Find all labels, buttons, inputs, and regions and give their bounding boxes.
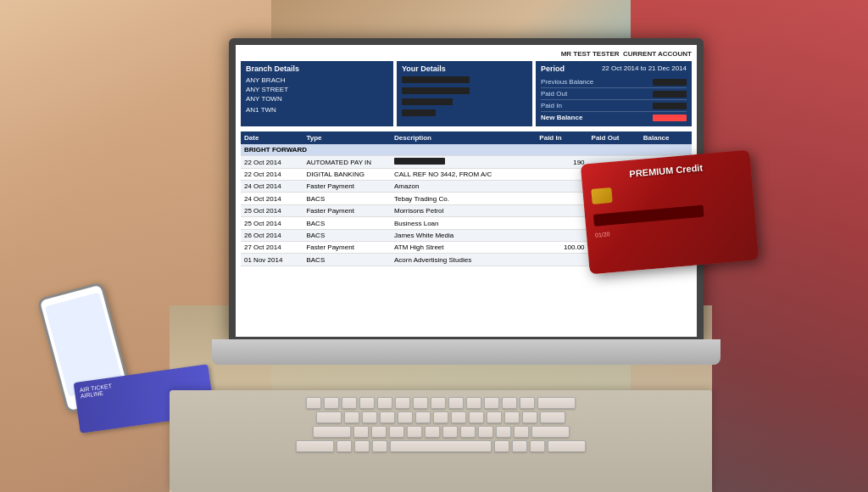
new-balance-value bbox=[653, 115, 687, 121]
col-date-header: Date bbox=[241, 131, 303, 144]
key bbox=[316, 411, 342, 423]
laptop-keyboard bbox=[170, 390, 712, 492]
key bbox=[342, 397, 357, 409]
key bbox=[451, 411, 466, 423]
keyboard-row-3 bbox=[176, 426, 705, 438]
key bbox=[415, 411, 431, 423]
previous-balance-label: Previous Balance bbox=[541, 78, 593, 86]
key bbox=[337, 440, 352, 452]
key bbox=[313, 426, 351, 438]
branch-line2: ANY STREET bbox=[246, 86, 388, 93]
cell-type: BACS bbox=[303, 193, 391, 205]
period-dates: 22 Oct 2014 to 21 Dec 2014 bbox=[602, 64, 687, 73]
key bbox=[389, 426, 404, 438]
table-header: Date Type Description Paid In Paid Out B… bbox=[241, 131, 692, 144]
cell-type: BACS bbox=[303, 230, 391, 242]
key bbox=[512, 440, 527, 452]
branch-details: Branch Details ANY BRACH ANY STREET ANY … bbox=[241, 61, 393, 126]
cell-type: AUTOMATED PAY IN bbox=[303, 156, 391, 169]
cell-desc: James White Media bbox=[391, 230, 536, 242]
key bbox=[431, 397, 446, 409]
cell-date: 24 Oct 2014 bbox=[241, 181, 303, 193]
keyboard-row-1 bbox=[176, 397, 705, 409]
key bbox=[537, 397, 576, 409]
branch-line4: AN1 TWN bbox=[246, 106, 388, 114]
key bbox=[353, 426, 369, 438]
redacted-detail-2 bbox=[402, 87, 470, 94]
previous-balance-value bbox=[653, 79, 687, 86]
cell-date: 25 Oct 2014 bbox=[241, 217, 303, 230]
keyboard-row-2 bbox=[176, 411, 705, 423]
cell-paidin bbox=[536, 181, 587, 193]
key bbox=[442, 426, 458, 438]
keyboard-row-4 bbox=[176, 440, 705, 452]
col-balance-header: Balance bbox=[640, 131, 692, 144]
period-title: Period bbox=[541, 64, 565, 73]
key bbox=[296, 440, 334, 452]
new-balance-row: New Balance bbox=[541, 112, 687, 123]
key bbox=[354, 440, 370, 452]
col-paidin-header: Paid In bbox=[536, 131, 587, 144]
key bbox=[496, 426, 511, 438]
cell-date: 22 Oct 2014 bbox=[241, 156, 303, 169]
paid-in-value bbox=[653, 103, 687, 109]
your-details-title: Your Details bbox=[402, 64, 527, 73]
branch-line3: ANY TOWN bbox=[246, 95, 388, 103]
key bbox=[460, 426, 476, 438]
cell-date: 24 Oct 2014 bbox=[241, 193, 303, 205]
spacebar-key bbox=[390, 440, 492, 452]
key bbox=[372, 440, 387, 452]
cell-desc: Acorn Advertising Studies bbox=[391, 254, 536, 266]
group-name: BRIGHT FORWARD bbox=[241, 144, 692, 156]
cell-type: DIGITAL BANKING bbox=[303, 169, 391, 181]
period-balance-section: Period 22 Oct 2014 to 21 Dec 2014 Previo… bbox=[536, 61, 692, 126]
key bbox=[514, 426, 529, 438]
cell-paidin bbox=[536, 193, 587, 205]
key bbox=[407, 426, 422, 438]
new-balance-label: New Balance bbox=[541, 114, 582, 121]
key bbox=[522, 411, 537, 423]
key bbox=[344, 411, 359, 423]
col-type-header: Type bbox=[303, 131, 391, 144]
key bbox=[433, 411, 448, 423]
cell-date: 01 Nov 2014 bbox=[241, 254, 303, 266]
redacted-detail-3 bbox=[402, 98, 453, 105]
cell-paidin: 190 bbox=[536, 156, 587, 169]
cell-date: 26 Oct 2014 bbox=[241, 230, 303, 242]
key bbox=[377, 397, 392, 409]
cell-desc: ATM High Street bbox=[391, 242, 536, 254]
col-paidout-header: Paid Out bbox=[588, 131, 640, 144]
key bbox=[530, 440, 545, 452]
key bbox=[487, 411, 502, 423]
cell-desc: Tebay Trading Co. bbox=[391, 193, 536, 205]
paid-out-row: Paid Out bbox=[541, 88, 687, 100]
key bbox=[398, 411, 413, 423]
cell-type: BACS bbox=[303, 217, 391, 230]
your-details: Your Details bbox=[397, 61, 532, 126]
credit-card: PREMIUM Credit 01/20 bbox=[581, 150, 760, 275]
account-type: CURRENT ACCOUNT bbox=[623, 50, 692, 58]
laptop-base bbox=[212, 339, 721, 365]
key bbox=[371, 426, 387, 438]
key bbox=[380, 411, 395, 423]
cell-desc: Morrisons Petrol bbox=[391, 205, 536, 217]
cell-paidin bbox=[536, 217, 587, 230]
redacted-detail-1 bbox=[402, 76, 470, 83]
key bbox=[324, 397, 339, 409]
branch-line1: ANY BRACH bbox=[246, 76, 388, 84]
key bbox=[469, 411, 484, 423]
key bbox=[362, 411, 377, 423]
key bbox=[413, 397, 428, 409]
cell-date: 22 Oct 2014 bbox=[241, 169, 303, 181]
key bbox=[504, 411, 520, 423]
cell-paidin bbox=[536, 254, 587, 266]
key bbox=[478, 426, 493, 438]
paid-in-row: Paid In bbox=[541, 100, 687, 112]
key bbox=[306, 397, 321, 409]
cell-desc: Amazon bbox=[391, 181, 536, 193]
cell-type: Faster Payment bbox=[303, 242, 391, 254]
branch-title: Branch Details bbox=[246, 64, 388, 73]
cell-paidin bbox=[536, 205, 587, 217]
card-title: PREMIUM Credit bbox=[590, 159, 743, 182]
account-name: MR TEST TESTER bbox=[561, 50, 620, 58]
